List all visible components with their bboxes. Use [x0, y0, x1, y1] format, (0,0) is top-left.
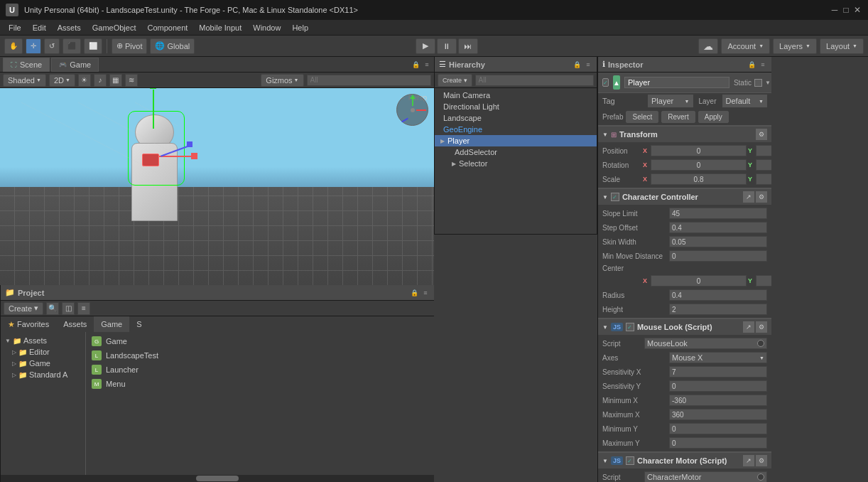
- hier-item-main-camera[interactable]: Main Camera: [435, 90, 597, 101]
- sensitivity-y-input[interactable]: [669, 380, 767, 392]
- mouse-look-header[interactable]: ▼ JS ✓ Mouse Look (Script) ↗ ⚙: [598, 318, 771, 335]
- lighting-btn[interactable]: ☀: [78, 74, 91, 87]
- proj-search-btn[interactable]: 🔍: [46, 302, 59, 315]
- proj-view-btn1[interactable]: ◫: [62, 302, 75, 315]
- scene-search-input[interactable]: [307, 75, 431, 86]
- transform-component-header[interactable]: ▼ ⊞ Transform ⚙: [598, 126, 771, 142]
- char-motor-header[interactable]: ▼ JS ✓ Character Motor (Script) ↗ ⚙: [598, 452, 771, 468]
- menu-edit[interactable]: Edit: [27, 22, 52, 33]
- project-menu-btn[interactable]: ≡: [421, 289, 430, 297]
- skybox-btn[interactable]: ▦: [109, 74, 122, 87]
- menu-mobile-input[interactable]: Mobile Input: [193, 22, 247, 33]
- pivot-button[interactable]: ⊕ Pivot: [112, 38, 147, 54]
- object-active-checkbox[interactable]: ✓: [602, 78, 609, 87]
- scene-float-btn[interactable]: 🔒: [411, 60, 420, 69]
- project-scrollbar[interactable]: [1, 475, 434, 482]
- global-button[interactable]: 🌐 Global: [150, 38, 195, 54]
- hier-item-selector[interactable]: ▶ Selector: [435, 158, 597, 169]
- proj-item-game[interactable]: ▷ 📁 Game: [1, 358, 85, 369]
- menu-file[interactable]: File: [3, 22, 27, 33]
- asset-item-game[interactable]: G Game: [89, 335, 431, 348]
- center-x-input[interactable]: [651, 275, 747, 286]
- scene-menu-btn[interactable]: ≡: [423, 60, 431, 69]
- char-motor-settings-btn[interactable]: ⚙: [756, 455, 767, 466]
- hand-tool-button[interactable]: ✋: [4, 38, 23, 54]
- proj-item-standard[interactable]: ▷ 📁 Standard A: [1, 369, 85, 380]
- axes-dropdown[interactable]: Mouse X: [669, 352, 767, 363]
- rotation-y-input[interactable]: [756, 159, 771, 171]
- mouselook-script-value[interactable]: MouseLook: [644, 338, 767, 349]
- tag-select[interactable]: Player: [648, 95, 693, 107]
- cloud-button[interactable]: ☁: [698, 38, 718, 54]
- char-motor-enabled-checkbox[interactable]: ✓: [626, 456, 634, 465]
- hier-item-directional-light[interactable]: Directional Light: [435, 101, 597, 112]
- close-button[interactable]: ✕: [852, 5, 862, 15]
- proj-tab-favorites[interactable]: ★ Favorites: [1, 316, 56, 332]
- hierarchy-search-input[interactable]: [475, 75, 594, 86]
- step-offset-input[interactable]: [669, 222, 767, 233]
- position-y-input[interactable]: [756, 145, 771, 156]
- skin-width-input[interactable]: [669, 236, 767, 247]
- menu-component[interactable]: Component: [141, 22, 193, 33]
- proj-tab-game[interactable]: Game: [94, 316, 129, 332]
- menu-assets[interactable]: Assets: [52, 22, 87, 33]
- menu-window[interactable]: Window: [247, 22, 286, 33]
- project-scrollbar-thumb[interactable]: [196, 476, 239, 481]
- menu-help[interactable]: Help: [286, 22, 314, 33]
- project-create-btn[interactable]: Create ▾: [4, 302, 43, 315]
- layers-dropdown[interactable]: Layers: [773, 38, 817, 54]
- slope-limit-input[interactable]: [669, 208, 767, 219]
- hier-create-btn[interactable]: Create ▾: [438, 74, 472, 87]
- sensitivity-x-input[interactable]: [669, 366, 767, 377]
- scale-x-input[interactable]: [651, 173, 747, 185]
- char-ctrl-ref-btn[interactable]: ↗: [743, 191, 754, 203]
- minimize-button[interactable]: ─: [830, 5, 840, 15]
- prefab-revert-btn[interactable]: Revert: [661, 111, 695, 123]
- asset-item-landscape[interactable]: L LandscapeTest: [89, 349, 431, 362]
- char-ctrl-enabled-checkbox[interactable]: ✓: [611, 193, 619, 201]
- height-input[interactable]: [669, 304, 767, 315]
- insp-menu-btn[interactable]: ≡: [759, 60, 767, 69]
- mouse-look-enabled-checkbox[interactable]: ✓: [626, 323, 634, 331]
- hier-item-player[interactable]: ▶ Player: [435, 135, 597, 146]
- object-name-input[interactable]: [624, 77, 729, 88]
- mouse-look-ref-btn[interactable]: ↗: [743, 321, 754, 333]
- 2d-button[interactable]: 2D: [49, 74, 75, 87]
- char-ctrl-header[interactable]: ▼ ✓ Character Controller ↗ ⚙: [598, 188, 771, 205]
- prefab-select-btn[interactable]: Select: [626, 111, 658, 123]
- rect-tool-button[interactable]: ⬜: [84, 38, 102, 54]
- maximize-button[interactable]: □: [841, 5, 851, 15]
- proj-item-assets[interactable]: ▼ 📁 Assets: [1, 335, 85, 346]
- scale-tool-button[interactable]: ⬛: [63, 38, 81, 54]
- char-motor-script-value[interactable]: CharacterMotor: [644, 471, 767, 482]
- min-move-input[interactable]: [669, 250, 767, 262]
- step-button[interactable]: ⏭: [458, 38, 478, 54]
- static-checkbox[interactable]: [754, 79, 762, 87]
- layer-select[interactable]: Default: [722, 95, 768, 107]
- hier-menu-btn[interactable]: ≡: [584, 60, 592, 69]
- fog-btn[interactable]: ≋: [125, 74, 138, 87]
- minimum-y-input[interactable]: [669, 423, 767, 434]
- gizmos-dropdown[interactable]: Gizmos: [261, 74, 303, 87]
- proj-view-btn2[interactable]: ≡: [77, 302, 90, 315]
- static-dropdown-arrow[interactable]: ▼: [765, 80, 771, 86]
- shading-dropdown[interactable]: Shaded: [3, 74, 46, 87]
- hier-item-landscape[interactable]: Landscape: [435, 112, 597, 124]
- hier-item-geoengine[interactable]: GeoEngine: [435, 124, 597, 135]
- window-controls[interactable]: ─ □ ✕: [830, 5, 862, 15]
- transform-settings-btn[interactable]: ⚙: [756, 129, 767, 140]
- proj-item-editor[interactable]: ▷ 📁 Editor: [1, 346, 85, 358]
- mouse-look-settings-btn[interactable]: ⚙: [756, 321, 767, 333]
- char-motor-ref-btn[interactable]: ↗: [743, 455, 754, 466]
- menu-gameobject[interactable]: GameObject: [87, 22, 142, 33]
- scene-viewport[interactable]: ← Persp: [0, 88, 434, 285]
- project-lock-btn[interactable]: 🔒: [410, 289, 418, 297]
- tab-scene[interactable]: ⛶ Scene: [3, 58, 50, 72]
- maximum-x-input[interactable]: [669, 409, 767, 420]
- layout-dropdown[interactable]: Layout: [820, 38, 864, 54]
- hier-item-addselector[interactable]: AddSelector: [435, 146, 597, 158]
- insp-lock-btn[interactable]: 🔒: [747, 60, 756, 69]
- hier-lock-btn[interactable]: 🔒: [573, 60, 581, 69]
- char-ctrl-settings-btn[interactable]: ⚙: [756, 191, 767, 203]
- radius-input[interactable]: [669, 289, 767, 301]
